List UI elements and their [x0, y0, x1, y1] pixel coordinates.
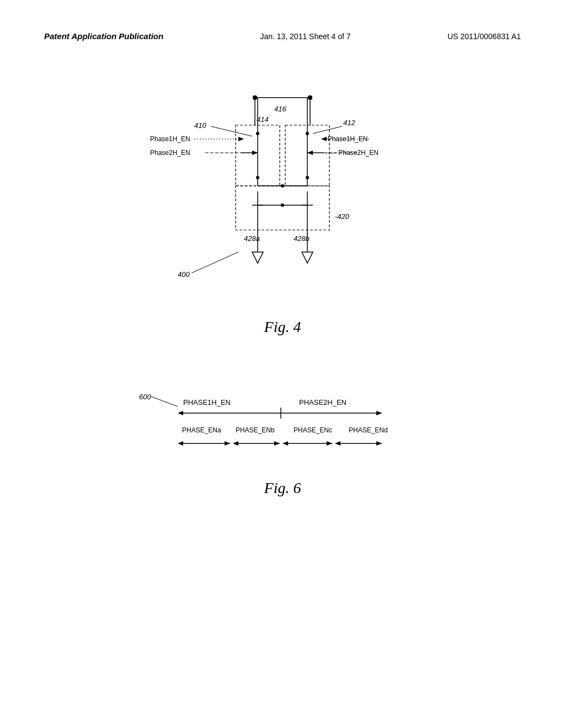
svg-marker-79	[282, 441, 288, 446]
svg-text:PHASE_ENb: PHASE_ENb	[236, 426, 275, 434]
svg-text:PHASE_ENa: PHASE_ENa	[182, 426, 221, 434]
svg-text:-420: -420	[335, 212, 350, 221]
svg-marker-84	[376, 441, 382, 446]
svg-marker-78	[274, 441, 280, 446]
svg-text:416: 416	[274, 105, 286, 113]
svg-marker-81	[327, 441, 332, 446]
content-area: -420 42	[0, 53, 565, 508]
svg-marker-73	[178, 441, 183, 446]
svg-text:412: 412	[343, 119, 355, 127]
header-center: Jan. 13, 2011 Sheet 4 of 7	[260, 30, 350, 42]
svg-point-20	[306, 176, 309, 179]
svg-marker-9	[252, 151, 258, 155]
svg-text:414: 414	[257, 115, 269, 124]
svg-rect-32	[236, 186, 329, 230]
figure-4-label: Fig. 4	[264, 318, 301, 336]
svg-text:· Phase1H_EN: · Phase1H_EN	[324, 135, 367, 143]
svg-marker-28	[238, 137, 244, 141]
svg-marker-65	[178, 411, 183, 415]
svg-marker-16	[307, 151, 313, 155]
figure-4-diagram: -420 42	[150, 81, 415, 313]
header: Patent Application Publication Jan. 13, …	[0, 0, 565, 53]
svg-point-60	[308, 95, 312, 100]
svg-marker-43	[302, 252, 313, 263]
svg-point-39	[281, 204, 284, 207]
svg-marker-75	[225, 441, 230, 446]
svg-line-62	[151, 397, 178, 406]
svg-line-58	[191, 252, 238, 273]
svg-point-12	[256, 132, 259, 135]
svg-text:----- Phase2H_EN: ----- Phase2H_EN	[326, 149, 379, 157]
svg-line-52	[313, 126, 342, 133]
header-right: US 2011/0006831 A1	[447, 30, 521, 42]
svg-text:Phase1H_EN: Phase1H_EN	[150, 135, 190, 143]
svg-marker-67	[376, 411, 382, 415]
figure-4-container: -420 42	[44, 81, 521, 336]
svg-marker-82	[335, 441, 340, 446]
svg-text:PHASE_ENd: PHASE_ENd	[349, 426, 388, 434]
svg-line-47	[211, 126, 252, 136]
svg-marker-76	[233, 441, 238, 446]
page: Patent Application Publication Jan. 13, …	[0, 0, 565, 728]
svg-text:Phase2H_EN: Phase2H_EN	[150, 149, 190, 157]
svg-text:600: 600	[139, 393, 151, 401]
svg-text:428b: 428b	[294, 234, 310, 243]
svg-point-19	[306, 132, 309, 135]
figure-6-container: 600 PHASE1H_EN PHASE2H_EN PHASE_ENa PH	[44, 369, 521, 497]
svg-point-59	[253, 95, 257, 100]
svg-text:PHASE2H_EN: PHASE2H_EN	[299, 398, 347, 406]
svg-text:428a: 428a	[244, 234, 260, 243]
header-left: Patent Application Publication	[44, 30, 163, 42]
svg-text:PHASE1H_EN: PHASE1H_EN	[183, 398, 231, 406]
svg-text:PHASE_ENc: PHASE_ENc	[294, 426, 332, 434]
svg-text:400: 400	[178, 270, 190, 279]
svg-marker-42	[252, 252, 263, 263]
svg-text:410: 410	[194, 121, 206, 130]
svg-point-13	[256, 176, 259, 179]
figure-6-diagram: 600 PHASE1H_EN PHASE2H_EN PHASE_ENa PH	[128, 369, 437, 468]
figure-6-label: Fig. 6	[264, 479, 301, 497]
